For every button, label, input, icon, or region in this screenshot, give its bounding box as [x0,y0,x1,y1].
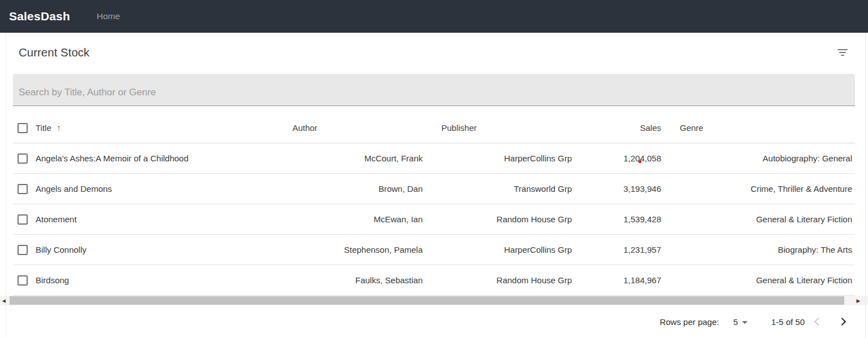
cell-genre: Autobiography: General [661,153,852,163]
page-header: Current Stock [0,33,868,72]
table-row[interactable]: Atonement McEwan, Ian Random House Grp 1… [13,204,855,235]
rows-per-page-select[interactable]: 5 [733,317,747,327]
table-row[interactable]: Billy Connolly Stephenson, Pamela Harper… [13,235,855,265]
row-checkbox[interactable] [18,245,28,255]
cell-publisher: HarperCollins Grp [423,245,572,254]
cell-title: Billy Connolly [36,245,255,254]
top-nav: SalesDash Home [0,0,868,33]
cell-publisher: Random House Grp [423,214,572,224]
stock-table: Title ↑ Author Publisher Sales Genre Ang… [0,113,868,296]
row-checkbox[interactable] [18,275,28,286]
cell-author: McEwan, Ian [255,214,423,224]
search-bar [13,74,855,106]
scrollbar-thumb[interactable] [10,296,844,305]
cell-author: Brown, Dan [255,184,423,194]
cell-genre: General & Literary Fiction [661,275,852,285]
brand-logo[interactable]: SalesDash [9,10,70,23]
cell-title: Angela's Ashes:A Memoir of a Childhood [36,153,255,163]
next-page-button[interactable] [832,311,852,332]
select-all-checkbox[interactable] [18,123,28,133]
cell-genre: General & Literary Fiction [661,214,852,224]
cell-sales: 3,193,946 [572,184,661,194]
sort-ascending-icon: ↑ [57,123,61,133]
cell-author: Faulks, Sebastian [255,275,423,285]
column-header-author[interactable]: Author [255,123,423,133]
chevron-left-icon [814,318,822,326]
page-range-label: 1-5 of 50 [771,317,805,327]
scroll-right-arrow-icon[interactable]: ▶ [854,296,862,305]
row-checkbox[interactable] [18,153,28,164]
column-header-publisher[interactable]: Publisher [423,123,572,133]
cell-title: Angels and Demons [36,184,255,194]
cell-title: Atonement [36,214,255,224]
cell-author: McCourt, Frank [255,153,423,163]
cell-sales: 1,204,058 [572,153,661,163]
column-header-genre[interactable]: Genre [661,123,852,133]
cell-publisher: Random House Grp [423,275,572,285]
chevron-right-icon [838,318,846,326]
cell-publisher: HarperCollins Grp [423,153,572,163]
table-row[interactable]: Angels and Demons Brown, Dan Transworld … [13,174,855,204]
filter-list-icon[interactable] [836,48,849,57]
app-window: SalesDash Home Current Stock Title ↑ Aut… [0,0,868,338]
cell-author: Stephenson, Pamela [255,245,423,254]
page-title: Current Stock [19,46,89,59]
table-row[interactable]: Birdsong Faulks, Sebastian Random House … [13,265,855,296]
cell-sales: 1,231,957 [572,245,661,254]
cell-genre: Biography: The Arts [661,245,852,254]
scroll-left-arrow-icon[interactable]: ◀ [0,296,8,305]
row-checkbox[interactable] [18,214,28,225]
window-edge-right [865,33,866,338]
pagination-bar: Rows per page: 5 1-5 of 50 [0,305,868,338]
cell-sales: 1,539,428 [572,214,661,224]
horizontal-scrollbar[interactable]: ◀ ▶ [0,296,868,305]
column-header-sales[interactable]: Sales [572,123,661,133]
rows-per-page-label: Rows per page: [659,317,719,327]
window-edge-left [6,33,6,338]
table-header-row: Title ↑ Author Publisher Sales Genre [13,113,855,143]
previous-page-button[interactable] [808,311,828,332]
nav-item-home[interactable]: Home [97,11,120,21]
cell-title: Birdsong [36,275,255,285]
cell-sales: 1,184,967 [572,275,661,285]
column-header-title[interactable]: Title ↑ [36,123,255,133]
table-row[interactable]: Angela's Ashes:A Memoir of a Childhood M… [13,143,855,174]
caret-down-icon [742,321,748,324]
row-checkbox[interactable] [18,184,28,194]
cell-publisher: Transworld Grp [423,184,572,194]
search-input[interactable] [13,74,855,106]
cell-genre: Crime, Thriller & Adventure [661,184,852,194]
red-dot-marker [639,160,641,163]
